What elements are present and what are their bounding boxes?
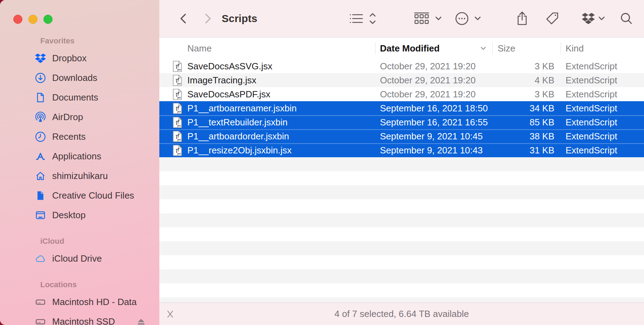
script-file-icon: jsx	[172, 129, 182, 143]
file-name: ImageTracing.jsx	[187, 73, 373, 87]
toolbar: Scripts	[159, 0, 644, 37]
svg-text:jsx: jsx	[177, 152, 181, 155]
chevron-down-icon[interactable]	[474, 0, 482, 37]
file-date-modified: September 9, 2021 10:45	[380, 129, 490, 143]
status-text: 4 of 7 selected, 6.64 TB available	[159, 303, 644, 325]
script-file-icon: jsx	[172, 59, 182, 73]
sidebar-item[interactable]: Applications	[0, 146, 159, 166]
creative-cloud-file-icon	[34, 189, 46, 201]
script-file-icon: jsx	[172, 143, 182, 157]
file-date-modified: September 16, 2021 16:55	[380, 115, 490, 129]
file-date-modified: October 29, 2021 19:20	[380, 59, 490, 73]
section-title: Favorites	[40, 36, 159, 46]
file-size: 85 KB	[492, 115, 558, 129]
sidebar-item[interactable]: Desktop	[0, 205, 159, 225]
zoom-window-button[interactable]	[43, 15, 53, 24]
sidebar-item[interactable]: AirDrop	[0, 107, 159, 127]
section-title: iCloud	[40, 237, 159, 246]
search-icon[interactable]	[620, 0, 633, 37]
column-header-date-modified[interactable]: Date Modified	[380, 37, 439, 59]
svg-text:jsx: jsx	[177, 110, 181, 113]
svg-text:jsx: jsx	[177, 68, 181, 71]
sidebar-item-label: Applications	[52, 151, 101, 162]
dropbox-icon	[34, 52, 46, 64]
sidebar-item[interactable]: Macintosh SSD	[0, 312, 159, 325]
sidebar-section-locations: Locations Macintosh HD - Data Macintosh …	[0, 280, 159, 325]
desktop-icon	[34, 209, 46, 221]
sidebar-item[interactable]: Macintosh HD - Data	[0, 292, 159, 312]
documents-icon	[34, 91, 46, 103]
table-row[interactable]: jsx ImageTracing.jsx October 29, 2021 19…	[159, 73, 644, 87]
sidebar-item[interactable]: Dropbox	[0, 48, 159, 68]
script-file-icon: jsx	[172, 101, 182, 115]
table-row[interactable]: jsx P1__artboardorder.jsxbin September 9…	[159, 129, 644, 143]
forward-button[interactable]	[203, 0, 213, 37]
file-date-modified: September 9, 2021 10:43	[380, 143, 490, 157]
file-size: 31 KB	[492, 143, 558, 157]
chevron-down-icon[interactable]	[435, 0, 442, 37]
file-kind: ExtendScript	[566, 115, 641, 129]
close-window-button[interactable]	[13, 15, 22, 24]
file-name: P1__resize2Obj.jsxbin.jsx	[187, 143, 373, 157]
column-divider[interactable]	[561, 42, 561, 54]
content-area: Scripts	[159, 0, 644, 325]
sidebar-item-label: Macintosh HD - Data	[52, 297, 137, 307]
minimize-window-button[interactable]	[28, 15, 37, 24]
column-header-size[interactable]: Size	[498, 37, 515, 59]
sidebar: Favorites Dropbox Downloads	[0, 0, 159, 325]
column-header-name[interactable]: Name	[187, 37, 212, 59]
sidebar-item-label: Creative Cloud Files	[52, 190, 134, 201]
file-date-modified: September 16, 2021 18:50	[380, 101, 490, 115]
sidebar-item-label: shimizuhikaru	[52, 171, 108, 181]
table-row[interactable]: jsx P1__artboarrenamer.jsxbin September …	[159, 101, 644, 115]
sidebar-item-label: Macintosh SSD	[52, 316, 115, 325]
hard-drive-icon	[34, 316, 46, 325]
sidebar-item-label: iCloud Drive	[52, 253, 102, 264]
file-kind: ExtendScript	[566, 101, 641, 115]
section-title: Locations	[40, 280, 159, 289]
chevron-down-icon[interactable]	[598, 0, 605, 37]
share-icon[interactable]	[516, 0, 528, 37]
dropbox-menu-icon[interactable]	[582, 0, 595, 37]
sidebar-section-icloud: iCloud iCloud Drive	[0, 237, 159, 268]
sidebar-item[interactable]: shimizuhikaru	[0, 166, 159, 186]
file-date-modified: October 29, 2021 19:20	[380, 73, 490, 87]
group-view-icon[interactable]	[414, 0, 429, 37]
sidebar-item-label: Desktop	[52, 210, 85, 221]
file-name: P1__artboardorder.jsxbin	[187, 129, 373, 143]
column-divider[interactable]	[375, 42, 375, 54]
table-row[interactable]: jsx P1__textRebuilder.jsxbin September 1…	[159, 115, 644, 129]
file-name: SaveDocsAsSVG.jsx	[187, 59, 373, 73]
back-button[interactable]	[179, 0, 188, 37]
column-header-row: Name Date Modified Size Kind	[159, 37, 644, 60]
table-row[interactable]: jsx SaveDocsAsSVG.jsx October 29, 2021 1…	[159, 59, 644, 73]
sidebar-item[interactable]: iCloud Drive	[0, 249, 159, 268]
file-list: jsx SaveDocsAsSVG.jsx October 29, 2021 1…	[159, 59, 644, 303]
script-file-icon: jsx	[172, 73, 182, 87]
tag-icon[interactable]	[545, 0, 559, 37]
sidebar-item[interactable]: Recents	[0, 127, 159, 146]
eject-icon[interactable]	[136, 316, 146, 325]
sidebar-item[interactable]: Documents	[0, 88, 159, 107]
file-size: 4 KB	[492, 73, 558, 87]
sidebar-item-label: Dropbox	[52, 53, 86, 64]
list-view-icon[interactable]	[349, 0, 364, 37]
table-row[interactable]: jsx SaveDocsAsPDF.jsx October 29, 2021 1…	[159, 87, 644, 101]
sidebar-item-label: Recents	[52, 131, 85, 142]
column-divider[interactable]	[492, 42, 493, 54]
sidebar-item-label: Downloads	[52, 72, 97, 83]
ellipsis-menu-icon[interactable]	[455, 0, 469, 37]
svg-text:jsx: jsx	[177, 82, 181, 85]
home-icon	[34, 170, 46, 182]
sidebar-item[interactable]: Downloads	[0, 68, 159, 88]
view-arrows-icon[interactable]	[368, 0, 377, 37]
file-size: 3 KB	[492, 87, 558, 101]
table-row[interactable]: jsx P1__resize2Obj.jsxbin.jsx September …	[159, 143, 644, 157]
sidebar-item[interactable]: Creative Cloud Files	[0, 186, 159, 205]
icloud-drive-icon	[34, 253, 46, 264]
column-header-kind[interactable]: Kind	[566, 37, 584, 59]
applications-icon	[34, 150, 46, 162]
finder-window: Favorites Dropbox Downloads	[0, 0, 644, 325]
file-name: P1__textRebuilder.jsxbin	[187, 115, 373, 129]
file-name: P1__artboarrenamer.jsxbin	[187, 101, 373, 115]
